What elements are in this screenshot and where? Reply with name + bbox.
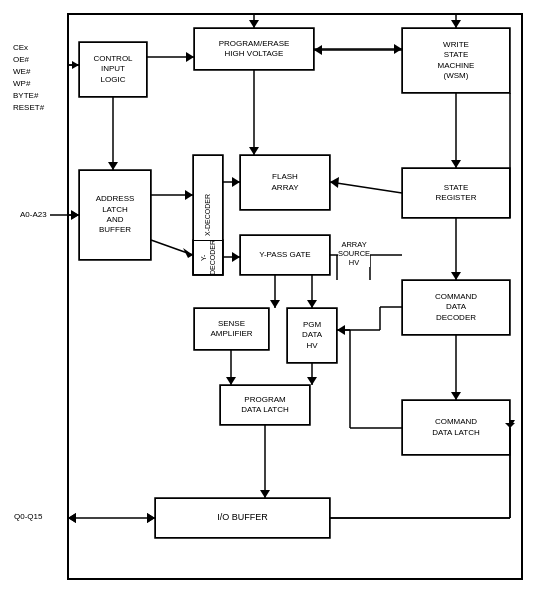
svg-marker-70: [451, 20, 461, 28]
svg-marker-31: [183, 248, 193, 258]
svg-marker-51: [307, 300, 317, 308]
program-erase-hv-box: PROGRAM/ERASEHIGH VOLTAGE: [194, 28, 314, 70]
io-buffer-box: I/O BUFFER: [155, 498, 330, 538]
svg-marker-82: [72, 61, 79, 69]
command-data-decoder-box: COMMANDDATADECODER: [402, 280, 510, 335]
svg-marker-61: [260, 490, 270, 498]
state-register-box: STATEREGISTER: [402, 168, 510, 218]
svg-marker-55: [307, 377, 317, 385]
address-input-label: A0-A23: [20, 210, 47, 219]
svg-marker-41: [330, 177, 339, 188]
data-output-label: Q0-Q15: [14, 512, 42, 521]
y-pass-gate-box: Y-PASS GATE: [240, 235, 330, 275]
svg-line-40: [330, 182, 402, 193]
svg-marker-59: [337, 325, 345, 335]
svg-line-30: [151, 240, 193, 255]
svg-marker-78: [394, 44, 402, 54]
pgm-data-hv-box: PGMDATAHV: [287, 308, 337, 363]
svg-marker-53: [226, 377, 236, 385]
svg-marker-84: [147, 513, 155, 523]
svg-marker-63: [68, 513, 76, 523]
svg-marker-49: [270, 300, 280, 308]
svg-marker-19: [186, 52, 194, 62]
svg-marker-83: [68, 513, 76, 523]
svg-marker-39: [451, 392, 461, 400]
flash-array-box: FLASHARRAY: [240, 155, 330, 210]
svg-marker-47: [232, 252, 240, 262]
svg-marker-80: [72, 211, 79, 219]
svg-marker-33: [71, 210, 79, 220]
svg-marker-23: [451, 160, 461, 168]
svg-marker-21: [249, 147, 259, 155]
svg-marker-25: [314, 45, 322, 55]
write-state-machine-box: WRITESTATEMACHINE(WSM): [402, 28, 510, 93]
svg-marker-27: [108, 162, 118, 170]
svg-marker-17: [249, 20, 259, 28]
sense-amplifier-box: SENSEAMPLIFIER: [194, 308, 269, 350]
svg-marker-37: [451, 272, 461, 280]
address-latch-box: ADDRESSLATCHANDBUFFER: [79, 170, 151, 260]
block-diagram: CONTROLINPUTLOGIC PROGRAM/ERASEHIGH VOLT…: [0, 0, 538, 591]
svg-marker-35: [232, 177, 240, 187]
command-data-latch-box: COMMANDDATA LATCH: [402, 400, 510, 455]
input-signals-label: CEx OE# WE# WP# BYTE# RESET#: [13, 42, 44, 114]
svg-marker-64: [147, 513, 155, 523]
svg-marker-29: [185, 190, 193, 200]
y-decoder-box: Y-DECODER: [193, 240, 223, 275]
program-data-latch-box: PROGRAMDATA LATCH: [220, 385, 310, 425]
array-source-hv-label: ARRAYSOURCEHV: [338, 240, 370, 267]
control-input-logic-box: CONTROLINPUTLOGIC: [79, 42, 147, 97]
